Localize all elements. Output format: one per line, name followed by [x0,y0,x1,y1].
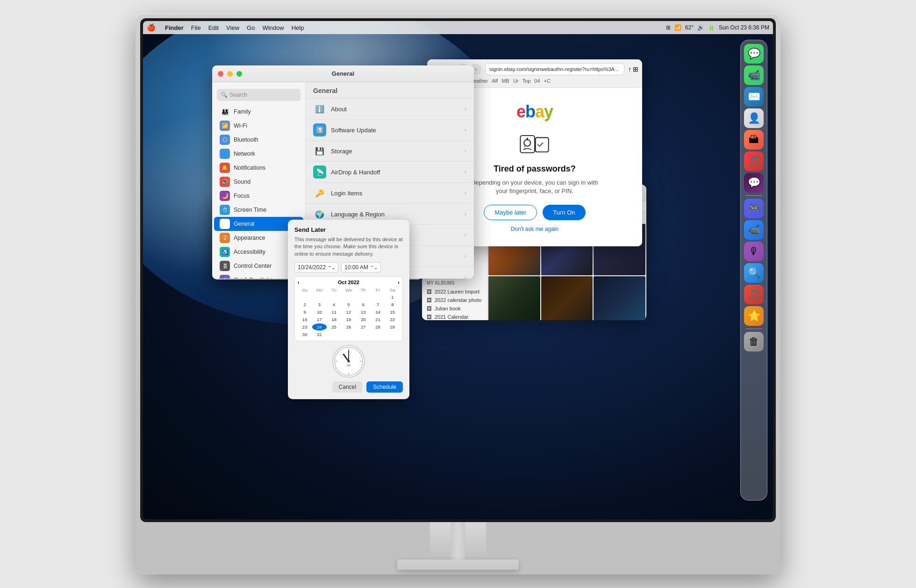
cal-day-2[interactable]: 2 [298,301,312,308]
dock-zoom[interactable]: 📹 [744,220,764,240]
turn-on-button[interactable]: Turn On [543,205,585,220]
menu-item-storage[interactable]: 💾 Storage › [306,141,474,162]
dock-podcasts[interactable]: 🎙 [744,242,764,261]
sidebar-item-screentime[interactable]: ⏱ Screen Time [214,203,303,217]
dock-slack[interactable]: 💬 [744,173,764,193]
safari-share-icon[interactable]: ↑ [628,65,631,73]
cal-day-13[interactable]: 13 [356,308,370,316]
dock-music[interactable]: 🎵 [744,151,764,171]
menubar-control-center[interactable]: ⊞ [666,24,671,31]
photo-thumb-4[interactable] [488,276,540,320]
dock-contacts[interactable]: 👤 [744,108,764,128]
sidebar-item-focus[interactable]: 🌙 Focus [214,189,303,203]
general-icon: ⚙️ [220,219,230,229]
menu-item-about[interactable]: ℹ️ About › [306,99,474,120]
cal-day-28[interactable]: 28 [371,323,385,330]
cal-day-6[interactable]: 6 [356,301,370,308]
sidebar-item-network[interactable]: 🌐 Network [214,147,303,161]
photos-album-julianbook[interactable]: 🖼 Julian book [422,304,487,313]
time-stepper[interactable]: ⌃⌄ [370,265,378,270]
dock-mail[interactable]: ✉️ [744,87,764,107]
safari-tabs-icon[interactable]: ⊞ [633,65,638,73]
dock-apps-extra2[interactable]: ⭐ [744,306,764,326]
menu-item-airdrop[interactable]: 📡 AirDrop & Handoff › [306,162,474,183]
menubar-go[interactable]: Go [247,24,255,31]
bookmark-c[interactable]: +C [544,78,551,84]
menubar-app-name[interactable]: Finder [165,24,184,31]
menubar-help[interactable]: Help [292,24,304,31]
cal-day-18[interactable]: 18 [327,316,341,323]
cal-day-8[interactable]: 8 [386,301,400,308]
send-later-date-field[interactable]: 10/24/2022 ⌃⌄ [294,262,338,272]
cal-day-20[interactable]: 20 [356,316,370,323]
maybe-later-button[interactable]: Maybe later [484,205,537,220]
cal-next[interactable]: › [398,280,400,285]
cal-day-21[interactable]: 21 [371,316,385,323]
cal-day-22[interactable]: 22 [386,316,400,323]
dock-facetime[interactable]: 📹 [744,65,764,85]
apple-menu[interactable]: 🍎 [147,23,156,32]
safari-url-bar[interactable]: signin.ebay.com/signinwebauthn-register?… [485,63,624,75]
menubar-file[interactable]: File [191,24,201,31]
menubar-edit[interactable]: Edit [208,24,219,31]
menubar-window[interactable]: Window [262,24,284,31]
cal-day-16[interactable]: 16 [298,316,312,323]
cal-day-5[interactable]: 5 [342,301,356,308]
cal-day-17[interactable]: 17 [312,316,326,323]
menubar-view[interactable]: View [226,24,239,31]
cancel-button[interactable]: Cancel [332,381,363,393]
cal-day-4[interactable]: 4 [327,301,341,308]
cal-day-3[interactable]: 3 [312,301,326,308]
dock-trash[interactable]: 🗑 [744,332,764,351]
sidebar-item-bluetooth[interactable]: ⬡ Bluetooth [214,133,303,147]
bookmark-ur[interactable]: Ur [513,78,519,84]
cal-day-24[interactable]: 24 [312,323,326,330]
cal-prev[interactable]: ‹ [298,280,300,285]
date-stepper[interactable]: ⌃⌄ [328,265,335,270]
dock-discord[interactable]: 🎮 [744,199,764,218]
menu-item-loginitems[interactable]: 🔑 Login Items › [306,183,474,204]
dock-photos[interactable]: 🏔 [744,130,764,150]
menu-item-softwareupdate[interactable]: ⬆️ Software Update › [306,120,474,141]
bookmark-top[interactable]: Top [522,78,531,84]
bookmark-mb[interactable]: MB [501,78,509,84]
send-later-time-field[interactable]: 10:00 AM ⌃⌄ [341,262,381,272]
sidebar-item-wifi[interactable]: 📶 Wi-Fi [214,119,303,133]
photos-album-2021cal[interactable]: 🖼 2021 Calendar [422,313,487,320]
cal-day-10[interactable]: 10 [312,308,326,316]
minimize-button[interactable] [227,71,233,77]
sidebar-item-sound[interactable]: 🔊 Sound [214,175,303,189]
schedule-button[interactable]: Schedule [366,381,403,393]
cal-day-26[interactable]: 26 [342,323,356,330]
menubar-volume[interactable]: 🔊 [697,24,704,31]
bookmark-04[interactable]: 04 [534,78,540,84]
maximize-button[interactable] [236,71,242,77]
photos-album-calendarphotos[interactable]: 🖼 2022 calendar photo [422,296,487,304]
cal-day-12[interactable]: 12 [342,308,356,316]
cal-day-11[interactable]: 11 [327,308,341,316]
photo-thumb-6[interactable] [594,276,645,320]
photos-album-laurenimport[interactable]: 🖼 2022 Lauren Import [422,287,487,296]
photo-thumb-5[interactable] [541,276,593,320]
dock-apps-extra1[interactable]: 🎵 [744,285,764,304]
cal-day-30[interactable]: 30 [298,331,312,338]
cal-day-15[interactable]: 15 [386,308,400,316]
cal-day-19[interactable]: 19 [342,316,356,323]
cal-day-27[interactable]: 27 [356,323,370,330]
cal-day-9[interactable]: 9 [298,308,312,316]
cal-day-29[interactable]: 29 [386,323,400,330]
bookmark-aff[interactable]: Aff [492,78,498,84]
dont-ask-link[interactable]: Don't ask me again [511,226,558,232]
dock-messages[interactable]: 💬 [744,44,764,64]
cal-day-7[interactable]: 7 [371,301,385,308]
cal-day-23[interactable]: 23 [298,323,312,330]
cal-day-14[interactable]: 14 [371,308,385,316]
cal-day-1[interactable]: 1 [386,294,400,301]
sidebar-item-family[interactable]: 👨‍👩‍👧 Family [214,105,303,119]
cal-day-25[interactable]: 25 [327,323,341,330]
close-button[interactable] [218,71,223,77]
dock-finder[interactable]: 🔍 [744,263,764,283]
cal-day-31[interactable]: 31 [312,331,326,338]
sysprefs-search[interactable]: 🔍 Search [217,89,301,101]
sidebar-item-notifications[interactable]: 🔔 Notifications [214,161,303,175]
